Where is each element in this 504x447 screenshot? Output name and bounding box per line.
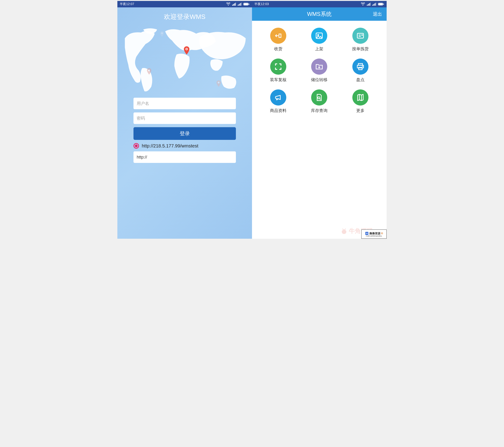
map-pin-faded-icon-2 <box>216 80 221 87</box>
svg-rect-9 <box>378 3 383 5</box>
exit-button[interactable]: 退出 <box>373 11 382 17</box>
printer-icon <box>352 58 368 75</box>
menu-label: 商品资料 <box>270 108 287 113</box>
svg-point-13 <box>318 34 319 36</box>
logo-icon-2 <box>365 232 369 235</box>
login-form: 登录 http://218.5.177.99/wmstest <box>117 98 252 166</box>
menu-item-doc-search[interactable]: 库存查询 <box>300 89 339 113</box>
wifi-icon <box>226 2 230 6</box>
svg-rect-11 <box>279 34 281 38</box>
watermark-brand2: 撸撸资源® 白嫖互联网资源的网站 <box>361 230 387 239</box>
app-title: WMS系统 <box>252 10 387 18</box>
svg-point-15 <box>361 35 363 36</box>
map-pin-faded-icon <box>147 68 151 75</box>
svg-point-6 <box>218 81 219 83</box>
status-icons <box>226 2 250 6</box>
password-input[interactable] <box>133 113 236 124</box>
battery-icon <box>243 2 250 6</box>
menu-grid: 收货上架按单拣货装车复核储位转移盘点商品资料库存查询更多 <box>252 21 387 120</box>
signal-icon-2 <box>372 2 376 6</box>
server-radio-row[interactable]: http://218.5.177.99/wmstest <box>133 142 236 151</box>
menu-item-receive[interactable]: 收货 <box>259 28 298 52</box>
svg-point-19 <box>362 66 363 67</box>
menu-item-printer[interactable]: 盘点 <box>341 58 380 82</box>
menu-item-image[interactable]: 上架 <box>300 28 339 52</box>
status-icons <box>361 2 384 6</box>
menu-label: 上架 <box>315 46 323 52</box>
map-pin-icon <box>184 46 190 55</box>
username-input[interactable] <box>133 98 236 109</box>
menu-item-map[interactable]: 更多 <box>341 89 380 113</box>
folder-plus-icon <box>311 58 327 75</box>
signal-icon-2 <box>238 2 241 6</box>
app-bar: WMS系统 退出 <box>252 7 387 21</box>
login-title: 欢迎登录WMS <box>117 7 252 24</box>
status-time: 半夜12:07 <box>120 2 134 6</box>
menu-screen: 半夜12:03 WMS系统 退出 收货上架按单拣货装车复核储位转移盘点商品资料库… <box>252 1 387 239</box>
svg-point-4 <box>186 49 187 50</box>
signal-icon <box>232 2 236 6</box>
battery-icon <box>378 2 384 6</box>
menu-label: 按单拣货 <box>352 46 369 52</box>
card-icon <box>352 28 368 44</box>
menu-item-scan[interactable]: 装车复核 <box>259 58 298 82</box>
menu-label: 库存查询 <box>311 108 327 113</box>
world-map-svg <box>120 24 250 96</box>
menu-label: 更多 <box>356 108 364 113</box>
scan-icon <box>270 58 286 75</box>
svg-rect-1 <box>244 3 248 5</box>
server-url-label: http://218.5.177.99/wmstest <box>142 143 198 149</box>
wifi-icon <box>361 2 365 6</box>
svg-point-5 <box>148 69 150 71</box>
svg-rect-10 <box>383 4 384 5</box>
status-bar-left: 半夜12:07 <box>117 1 252 7</box>
status-bar-right: 半夜12:03 <box>252 1 387 7</box>
svg-rect-14 <box>357 33 363 38</box>
menu-label: 收货 <box>274 46 282 52</box>
radio-selected-icon <box>133 143 139 149</box>
menu-label: 储位转移 <box>311 77 327 82</box>
menu-label: 盘点 <box>356 77 364 82</box>
menu-label: 装车复核 <box>270 77 287 82</box>
receive-icon <box>270 28 286 44</box>
menu-item-folder-plus[interactable]: 储位转移 <box>300 58 339 82</box>
status-time: 半夜12:03 <box>254 2 269 6</box>
login-screen: 半夜12:07 欢迎登录WMS <box>117 1 252 239</box>
map-icon <box>352 89 368 106</box>
map-pin-faded-icon-3 <box>160 31 164 37</box>
menu-item-card[interactable]: 按单拣货 <box>341 28 380 52</box>
megaphone-icon <box>270 89 286 106</box>
doc-search-icon <box>311 89 327 106</box>
server-url-input[interactable] <box>133 151 236 163</box>
logo-icon <box>341 228 347 234</box>
world-map <box>120 24 250 96</box>
svg-point-7 <box>161 33 163 34</box>
login-button[interactable]: 登录 <box>133 127 236 140</box>
signal-icon <box>367 2 371 6</box>
image-icon <box>311 28 327 44</box>
svg-rect-2 <box>249 4 249 5</box>
menu-item-megaphone[interactable]: 商品资料 <box>259 89 298 113</box>
svg-point-20 <box>318 97 320 99</box>
